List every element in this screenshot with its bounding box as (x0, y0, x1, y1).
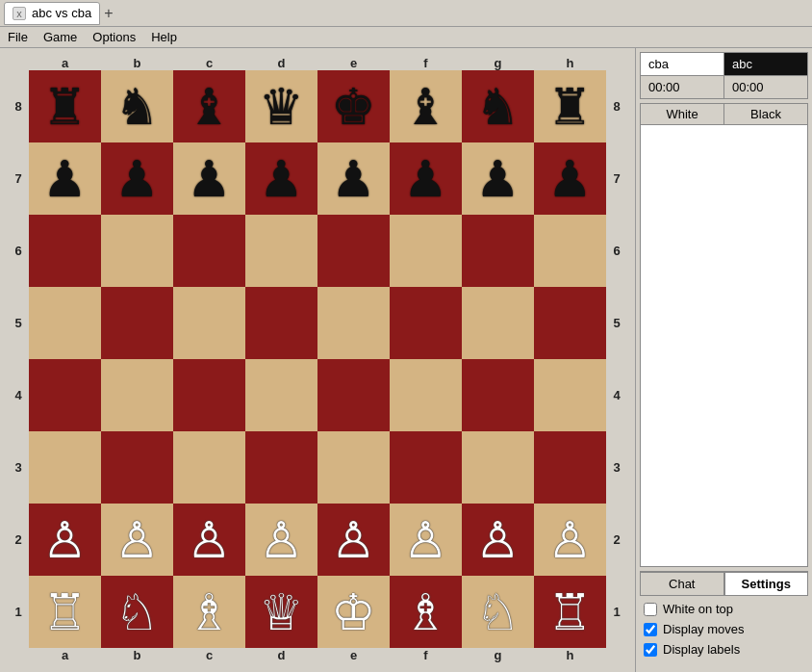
cell-a7[interactable]: ♟ (29, 142, 101, 215)
piece-white-queen-d1: ♕ (259, 587, 304, 637)
cell-e3[interactable] (317, 431, 390, 504)
tab-close-button[interactable]: x (13, 7, 26, 20)
black-player-time: 00:00 (724, 76, 808, 99)
settings-tab[interactable]: Settings (724, 572, 809, 596)
cell-c3[interactable] (173, 431, 245, 504)
cell-a4[interactable] (29, 359, 101, 431)
cell-c2[interactable]: ♙ (173, 504, 245, 576)
cell-c5[interactable] (173, 287, 245, 359)
cell-c1[interactable]: ♗ (173, 576, 245, 648)
cell-h6[interactable] (534, 215, 606, 287)
cell-d3[interactable] (245, 431, 317, 504)
chat-tab[interactable]: Chat (640, 572, 724, 596)
cell-g6[interactable] (462, 215, 534, 287)
cell-f4[interactable] (390, 359, 462, 431)
cell-c6[interactable] (173, 215, 245, 287)
cell-a5[interactable] (29, 287, 101, 359)
cell-f7[interactable]: ♟ (390, 142, 462, 215)
menu-game[interactable]: Game (39, 29, 81, 45)
cell-h5[interactable] (534, 287, 606, 359)
row-1-label-right: 1 (606, 576, 627, 648)
cell-h2[interactable]: ♙ (534, 504, 606, 576)
cell-b7[interactable]: ♟ (101, 142, 173, 215)
cell-a8[interactable]: ♜ (29, 70, 101, 142)
cell-h8[interactable]: ♜ (534, 70, 606, 142)
cell-e8[interactable]: ♚ (317, 70, 390, 142)
cell-c8[interactable]: ♝ (173, 70, 245, 142)
white-on-top-checkbox[interactable] (644, 603, 657, 616)
row-4-label: 4 (8, 359, 29, 431)
cell-d6[interactable] (245, 215, 317, 287)
cell-h1[interactable]: ♖ (534, 576, 606, 648)
piece-black-knight-b8: ♞ (114, 82, 160, 132)
cell-g3[interactable] (462, 431, 534, 504)
cell-d5[interactable] (245, 287, 317, 359)
row-7-label-right: 7 (606, 142, 627, 215)
row-6-label-right: 6 (606, 215, 627, 287)
row-8-label: 8 (8, 70, 29, 142)
cell-e6[interactable] (317, 215, 390, 287)
cell-d4[interactable] (245, 359, 317, 431)
chess-board[interactable]: ♜ ♞ ♝ ♛ ♚ ♝ ♞ ♜ ♟ ♟ ♟ ♟ ♟ ♟ ♟ ♟ (29, 70, 606, 648)
cell-a3[interactable] (29, 431, 101, 504)
col-c-bottom: c (173, 648, 245, 662)
cell-b2[interactable]: ♙ (101, 504, 173, 576)
cell-a2[interactable]: ♙ (29, 504, 101, 576)
col-a-top: a (29, 56, 101, 70)
cell-d8[interactable]: ♛ (245, 70, 317, 142)
cell-h4[interactable] (534, 359, 606, 431)
moves-area[interactable] (640, 124, 808, 567)
cell-h7[interactable]: ♟ (534, 142, 606, 215)
cell-g5[interactable] (462, 287, 534, 359)
piece-black-pawn-h7: ♟ (547, 154, 593, 204)
piece-black-bishop-f8: ♝ (403, 82, 448, 132)
cell-b4[interactable] (101, 359, 173, 431)
piece-black-pawn-g7: ♟ (475, 154, 520, 204)
cell-c4[interactable] (173, 359, 245, 431)
cell-f2[interactable]: ♙ (390, 504, 462, 576)
display-labels-checkbox[interactable] (644, 643, 657, 657)
cell-e5[interactable] (317, 287, 390, 359)
cell-g1[interactable]: ♘ (462, 576, 534, 648)
cell-b8[interactable]: ♞ (101, 70, 173, 142)
cell-b6[interactable] (101, 215, 173, 287)
cell-e1[interactable]: ♔ (317, 576, 390, 648)
col-h-bottom: h (534, 648, 606, 662)
menu-help[interactable]: Help (147, 29, 181, 45)
row-labels-left: 8 7 6 5 4 3 2 1 (8, 70, 29, 648)
menu-file[interactable]: File (4, 29, 32, 45)
new-tab-button[interactable]: + (104, 5, 113, 22)
cell-f5[interactable] (390, 287, 462, 359)
cell-b3[interactable] (101, 431, 173, 504)
menu-options[interactable]: Options (89, 29, 140, 45)
cell-a1[interactable]: ♖ (29, 576, 101, 648)
cell-g7[interactable]: ♟ (462, 142, 534, 215)
cell-d2[interactable]: ♙ (245, 504, 317, 576)
cell-c7[interactable]: ♟ (173, 142, 245, 215)
cell-d1[interactable]: ♕ (245, 576, 317, 648)
col-e-bottom: e (317, 648, 390, 662)
cell-h3[interactable] (534, 431, 606, 504)
cell-g2[interactable]: ♙ (462, 504, 534, 576)
game-tab[interactable]: x abc vs cba (4, 2, 100, 25)
col-c-top: c (173, 56, 245, 70)
white-on-top-label: White on top (663, 602, 733, 616)
cell-e7[interactable]: ♟ (317, 142, 390, 215)
display-moves-checkbox[interactable] (644, 623, 657, 636)
cell-b1[interactable]: ♘ (101, 576, 173, 648)
row-1-label: 1 (8, 576, 29, 648)
white-player-name: cba (641, 53, 724, 76)
cell-f3[interactable] (390, 431, 462, 504)
tab-label: abc vs cba (32, 6, 91, 20)
cell-a6[interactable] (29, 215, 101, 287)
cell-g4[interactable] (462, 359, 534, 431)
cell-e4[interactable] (317, 359, 390, 431)
cell-f6[interactable] (390, 215, 462, 287)
cell-f1[interactable]: ♗ (390, 576, 462, 648)
cell-b5[interactable] (101, 287, 173, 359)
cell-g8[interactable]: ♞ (462, 70, 534, 142)
cell-e2[interactable]: ♙ (317, 504, 390, 576)
cell-f8[interactable]: ♝ (390, 70, 462, 142)
col-f-bottom: f (390, 648, 462, 662)
cell-d7[interactable]: ♟ (245, 142, 317, 215)
